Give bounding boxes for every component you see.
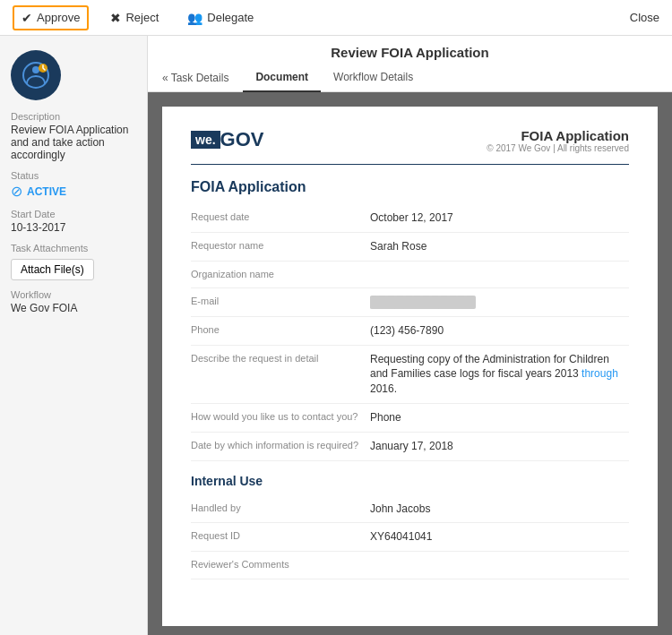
delegate-icon: 👥	[187, 11, 202, 25]
form-fields: Request dateOctober 12, 2017Requestor na…	[191, 204, 629, 461]
status-label: Status	[11, 170, 136, 181]
internal-form-row: Handled byJohn Jacobs	[191, 495, 629, 524]
form-value: Requesting copy of the Administration fo…	[370, 352, 629, 397]
status-value: ACTIVE	[27, 185, 66, 198]
doc-header: we.GOV FOIA Application © 2017 We Gov | …	[191, 128, 629, 165]
tab-bar: « Task Details Document Workflow Details	[148, 60, 672, 92]
start-date-label: Start Date	[11, 209, 136, 219]
form-label: E-mail	[191, 295, 370, 308]
form-value: Phone	[370, 410, 629, 425]
start-date-value: 10-13-2017	[11, 221, 136, 234]
reject-icon: ✖	[110, 11, 121, 25]
form-row: How would you like us to contact you?Pho…	[191, 404, 629, 433]
internal-form-row: Request IDXY64041041	[191, 523, 629, 552]
back-chevron-icon: «	[162, 72, 168, 84]
form-row: E-mail████████████	[191, 288, 629, 317]
tab-document[interactable]: Document	[243, 64, 321, 92]
form-label: Phone	[191, 323, 370, 337]
form-row: Phone(123) 456-7890	[191, 317, 629, 346]
toolbar-left: ✔ Approve ✖ Reject 👥 Delegate	[13, 5, 261, 30]
form-row: Request dateOctober 12, 2017	[191, 204, 629, 233]
form-value: ████████████	[370, 295, 629, 310]
workflow-value: We Gov FOIA	[11, 302, 136, 314]
page-title: Review FOIA Application	[148, 36, 672, 60]
internal-form-value: John Jacobs	[370, 502, 629, 517]
tab-workflow[interactable]: Workflow Details	[321, 64, 426, 92]
internal-form-label: Request ID	[191, 529, 370, 543]
close-button[interactable]: Close	[630, 11, 659, 24]
form-row: Organization name	[191, 262, 629, 288]
internal-form-label: Reviewer's Comments	[191, 558, 370, 571]
form-label: Date by which information is required?	[191, 439, 370, 452]
reject-button[interactable]: ✖ Reject	[103, 7, 166, 29]
form-value: Sarah Rose	[370, 239, 629, 254]
doc-header-right: FOIA Application © 2017 We Gov | All rig…	[487, 128, 629, 153]
description-value: Review FOIA Application and and take act…	[11, 124, 136, 161]
delegate-label: Delegate	[207, 11, 254, 24]
status-badge: ⊘ ACTIVE	[11, 183, 136, 200]
toolbar: ✔ Approve ✖ Reject 👥 Delegate Close	[0, 0, 672, 36]
avatar	[11, 50, 61, 100]
task-details-label: Task Details	[171, 72, 229, 84]
form-label: Request date	[191, 210, 370, 224]
form-label: How would you like us to contact you?	[191, 410, 370, 424]
form-row: Date by which information is required?Ja…	[191, 433, 629, 461]
form-value: (123) 456-7890	[370, 323, 629, 339]
form-label: Requestor name	[191, 239, 370, 253]
internal-fields: Handled byJohn JacobsRequest IDXY6404104…	[191, 495, 629, 579]
workflow-label: Workflow	[11, 289, 136, 300]
document-area: we.GOV FOIA Application © 2017 We Gov | …	[148, 92, 672, 635]
form-value: October 12, 2017	[370, 210, 629, 226]
form-row: Describe the request in detailRequesting…	[191, 346, 629, 404]
form-row: Requestor nameSarah Rose	[191, 233, 629, 262]
left-sidebar: Description Review FOIA Application and …	[0, 36, 148, 635]
task-details-back[interactable]: « Task Details	[162, 72, 228, 91]
internal-form-row: Reviewer's Comments	[191, 552, 629, 579]
attach-files-button[interactable]: Attach File(s)	[11, 259, 94, 280]
svg-point-1	[32, 66, 39, 73]
main-layout: Description Review FOIA Application and …	[0, 36, 672, 635]
form-value: January 17, 2018	[370, 439, 629, 454]
approve-label: Approve	[37, 11, 80, 24]
active-icon: ⊘	[11, 183, 22, 200]
attachments-label: Task Attachments	[11, 243, 136, 253]
avatar-icon	[22, 61, 50, 90]
approve-button[interactable]: ✔ Approve	[13, 5, 89, 30]
reject-label: Reject	[125, 11, 159, 24]
foia-section-title: FOIA Application	[191, 179, 629, 195]
request-detail-link[interactable]: through	[582, 367, 618, 380]
delegate-button[interactable]: 👥 Delegate	[180, 7, 261, 29]
logo-we: we.	[191, 131, 220, 149]
logo-gov: GOV	[220, 128, 264, 151]
approve-icon: ✔	[22, 11, 32, 25]
description-label: Description	[11, 111, 136, 122]
form-label: Describe the request in detail	[191, 352, 370, 365]
logo: we.GOV	[191, 128, 263, 151]
internal-form-value: XY64041041	[370, 529, 629, 545]
doc-header-title: FOIA Application	[487, 128, 629, 143]
internal-form-label: Handled by	[191, 502, 370, 515]
form-label: Organization name	[191, 268, 370, 281]
document-paper: we.GOV FOIA Application © 2017 We Gov | …	[162, 107, 658, 626]
right-content: Review FOIA Application « Task Details D…	[148, 36, 672, 635]
doc-copyright: © 2017 We Gov | All rights reserved	[487, 143, 629, 153]
internal-section-title: Internal Use	[191, 474, 629, 488]
